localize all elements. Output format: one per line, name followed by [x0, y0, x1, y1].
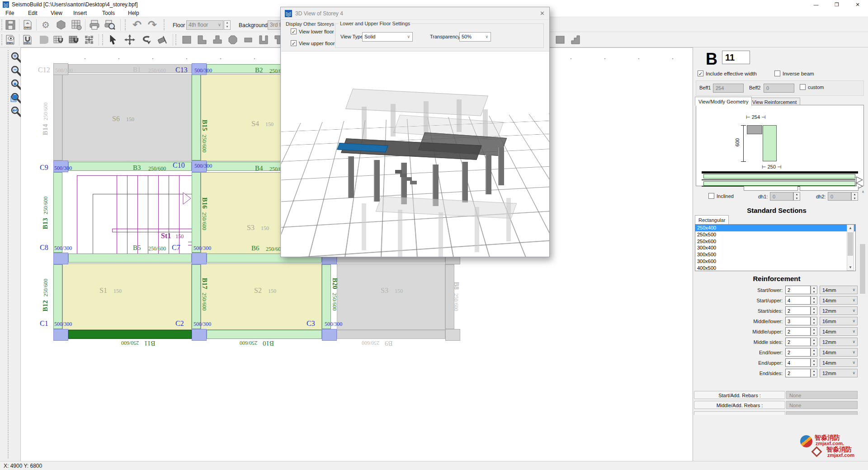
beam-B13[interactable] [53, 172, 62, 253]
dh2-field[interactable]: 0 [828, 192, 851, 201]
dialog-close-icon[interactable]: ✕ [540, 10, 545, 17]
insert-column-T-button[interactable] [211, 33, 224, 46]
beam-B11[interactable] [68, 330, 192, 339]
dwg-view-button[interactable]: DWG [4, 33, 17, 46]
section-option-300x600[interactable]: 300x600 [695, 258, 855, 265]
start-add-rebars-button[interactable]: Start/Add. Rebars : [694, 391, 785, 399]
export-dwg-button[interactable]: DWG [21, 19, 34, 31]
tab-view-modify-geometry[interactable]: View/Modify Geometry [695, 97, 752, 106]
reinf-count-1[interactable]: 4 [785, 296, 811, 305]
beam-B17[interactable] [192, 264, 201, 329]
move-button[interactable] [123, 33, 137, 46]
reinf-diameter-4[interactable]: 14mm∨ [820, 327, 858, 336]
reinf-diameter-7[interactable]: 14mm∨ [820, 358, 858, 367]
column-C3[interactable] [322, 329, 337, 341]
panel-scrollbar[interactable]: ∧∨ [859, 190, 867, 470]
insert-slab-button[interactable] [553, 33, 567, 46]
section-option-250x500[interactable]: 250x500 [695, 231, 855, 238]
reinf-diameter-5[interactable]: 12mm∨ [820, 338, 858, 346]
reinf-spinner-4[interactable]: ▲▼ [811, 327, 817, 336]
reinf-count-4[interactable]: 2 [785, 327, 811, 336]
section-option-250x600[interactable]: 250x600 [695, 238, 855, 245]
view-lower-floor-checkbox[interactable]: ✓ [291, 28, 297, 34]
reinf-spinner-5[interactable]: ▲▼ [811, 338, 817, 346]
reinf-spinner-0[interactable]: ▲▼ [811, 286, 817, 294]
reinf-spinner-2[interactable]: ▲▼ [811, 306, 817, 315]
menu-insert[interactable]: Insert [71, 9, 89, 17]
dialog-title-bar[interactable]: 3D View of Storey 4 ✕ [281, 7, 549, 20]
beam-B14[interactable] [53, 74, 62, 160]
redo-button[interactable]: ↷ [146, 19, 159, 31]
include-effective-width-checkbox[interactable]: ✓ [698, 70, 703, 76]
beam-B10[interactable] [207, 330, 322, 339]
slab-S1[interactable] [62, 263, 192, 330]
grid-snap-button[interactable] [52, 33, 65, 46]
custom-checkbox[interactable] [800, 84, 806, 90]
dwg-snap-button[interactable]: DWG [21, 33, 34, 46]
reinf-diameter-2[interactable]: 12mm∨ [820, 306, 858, 315]
reinf-diameter-8[interactable]: 12mm∨ [820, 369, 858, 377]
rotate-button[interactable] [139, 33, 153, 46]
floor-select[interactable]: 4th floor∨ [186, 20, 223, 30]
undo-button[interactable]: ↶ [130, 19, 144, 31]
beam-B5[interactable] [68, 254, 192, 263]
standard-sections-list[interactable]: 250x400250x500250x600300x400300x500300x6… [695, 224, 856, 271]
beam-B16[interactable] [192, 172, 201, 253]
insert-column-rect-button[interactable] [180, 33, 193, 46]
minimize-button[interactable]: — [806, 0, 826, 9]
close-button[interactable]: ✕ [847, 0, 868, 9]
reinf-count-8[interactable]: 2 [785, 369, 811, 377]
maximize-button[interactable]: ❐ [826, 0, 847, 9]
column-C1[interactable] [53, 329, 68, 341]
beam-B20[interactable] [322, 264, 331, 329]
section-option-300x500[interactable]: 300x500 [695, 251, 855, 258]
menu-view[interactable]: View [49, 9, 64, 17]
view-upper-floor-checkbox[interactable]: ✓ [291, 40, 297, 46]
insert-stairs-button[interactable] [569, 33, 582, 46]
reinf-diameter-3[interactable]: 16mm∨ [820, 317, 858, 325]
insert-wall-U-button[interactable] [257, 33, 270, 46]
print-button[interactable] [88, 19, 101, 31]
print-preview-button[interactable] [103, 19, 117, 31]
middle-add-rebars-button[interactable]: Middle/Add. Rebars : [694, 401, 785, 409]
slab-S3[interactable] [337, 263, 445, 330]
reinf-spinner-7[interactable]: ▲▼ [811, 358, 817, 367]
column-C2[interactable] [192, 329, 207, 341]
menu-file[interactable]: File [4, 9, 16, 17]
tab-rectangular[interactable]: Rectangular [695, 215, 729, 224]
beam-B1[interactable] [68, 64, 192, 73]
object-snap-button[interactable] [82, 33, 96, 46]
reinf-count-2[interactable]: 2 [785, 306, 811, 315]
view-type-select[interactable]: Solid∨ [362, 32, 413, 42]
snap-disabled-button[interactable] [36, 33, 50, 46]
reinf-spinner-1[interactable]: ▲▼ [811, 296, 817, 305]
reinf-spinner-8[interactable]: ▲▼ [811, 369, 817, 377]
insert-column-circular-button[interactable] [226, 33, 240, 46]
sections-scrollbar[interactable]: ▲▼ [847, 225, 854, 271]
delete-button[interactable] [156, 33, 169, 46]
section-option-400x500[interactable]: 400x500 [695, 265, 855, 272]
menu-help[interactable]: Help [126, 9, 141, 17]
reinf-spinner-3[interactable]: ▲▼ [811, 317, 817, 325]
menu-edit[interactable]: Edit [26, 9, 39, 17]
material-hexagon-button[interactable] [54, 19, 68, 31]
transparency-select[interactable]: 50%∨ [459, 32, 491, 42]
beam-B9[interactable] [337, 330, 445, 339]
reinf-spinner-6[interactable]: ▲▼ [811, 348, 817, 357]
beff2-field[interactable]: 0 [764, 84, 794, 93]
reinf-count-0[interactable]: 2 [785, 286, 811, 294]
settings-gear-button[interactable]: ⚙ [39, 19, 52, 31]
section-option-300x400[interactable]: 300x400 [695, 244, 855, 251]
grid-snap-alt-button[interactable] [67, 33, 80, 46]
section-option-250x400[interactable]: 250x400 [695, 225, 855, 231]
insert-beam-button[interactable] [241, 33, 255, 46]
menu-tools[interactable]: Tools [100, 9, 117, 17]
column-C8[interactable] [53, 253, 68, 264]
grid-settings-button[interactable] [70, 19, 83, 31]
beam-B12[interactable] [53, 264, 62, 329]
inclined-checkbox[interactable] [708, 193, 714, 199]
inverse-beam-checkbox[interactable] [774, 70, 780, 76]
column-C7[interactable] [192, 253, 207, 264]
dh2-spinner[interactable]: ▲▼ [851, 192, 858, 201]
column-gray[interactable] [445, 329, 460, 341]
